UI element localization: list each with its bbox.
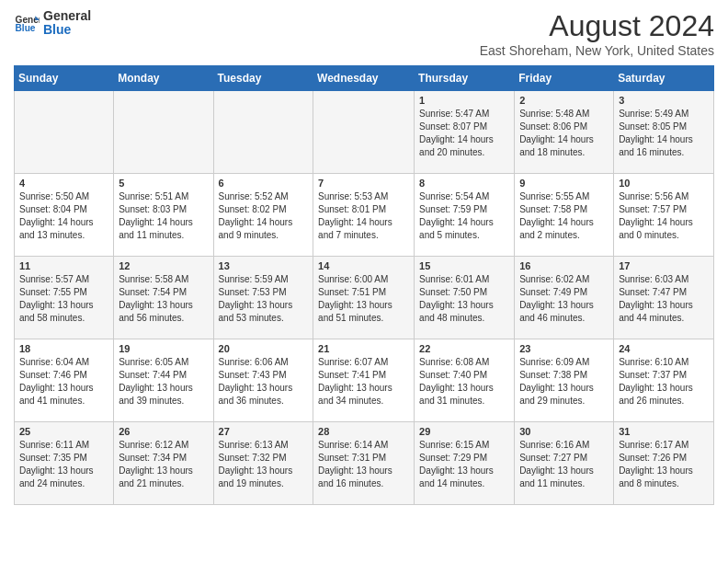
calendar-cell: 7Sunrise: 5:53 AM Sunset: 8:01 PM Daylig… [313,174,415,257]
day-info: Sunrise: 6:06 AM Sunset: 7:43 PM Dayligh… [219,356,309,408]
day-number: 6 [219,178,309,189]
calendar-cell: 27Sunrise: 6:13 AM Sunset: 7:32 PM Dayli… [213,422,313,505]
calendar-cell [313,91,415,174]
day-info: Sunrise: 6:07 AM Sunset: 7:41 PM Dayligh… [318,356,409,408]
day-header-friday: Friday [515,66,614,91]
day-number: 29 [419,426,509,437]
calendar-cell: 31Sunrise: 6:17 AM Sunset: 7:26 PM Dayli… [614,422,714,505]
logo-icon: General Blue [14,10,40,36]
day-number: 19 [119,343,208,354]
calendar-cell: 13Sunrise: 5:59 AM Sunset: 7:53 PM Dayli… [213,257,313,339]
day-info: Sunrise: 6:04 AM Sunset: 7:46 PM Dayligh… [19,356,108,408]
day-info: Sunrise: 5:59 AM Sunset: 7:53 PM Dayligh… [219,273,309,325]
week-row-2: 4Sunrise: 5:50 AM Sunset: 8:04 PM Daylig… [15,174,714,257]
calendar-cell: 17Sunrise: 6:03 AM Sunset: 7:47 PM Dayli… [614,257,714,339]
day-number: 22 [419,343,509,354]
day-info: Sunrise: 5:58 AM Sunset: 7:54 PM Dayligh… [119,273,208,325]
day-number: 16 [519,260,609,271]
day-number: 17 [619,260,709,271]
day-number: 10 [619,178,709,189]
day-number: 8 [419,178,509,189]
day-info: Sunrise: 6:01 AM Sunset: 7:50 PM Dayligh… [419,273,509,325]
calendar-cell: 6Sunrise: 5:52 AM Sunset: 8:02 PM Daylig… [213,174,313,257]
calendar-cell: 30Sunrise: 6:16 AM Sunset: 7:27 PM Dayli… [515,422,614,505]
day-info: Sunrise: 6:08 AM Sunset: 7:40 PM Dayligh… [419,356,509,408]
day-header-monday: Monday [114,66,213,91]
page-title: August 2024 [480,9,714,43]
calendar-cell [213,91,313,174]
calendar-cell: 5Sunrise: 5:51 AM Sunset: 8:03 PM Daylig… [114,174,213,257]
day-info: Sunrise: 6:05 AM Sunset: 7:44 PM Dayligh… [119,356,208,408]
day-number: 4 [19,178,108,189]
day-info: Sunrise: 6:15 AM Sunset: 7:29 PM Dayligh… [419,439,509,490]
day-number: 30 [519,426,609,437]
calendar-cell: 3Sunrise: 5:49 AM Sunset: 8:05 PM Daylig… [614,91,714,174]
calendar-cell: 21Sunrise: 6:07 AM Sunset: 7:41 PM Dayli… [313,339,415,422]
calendar-cell [114,91,213,174]
day-header-sunday: Sunday [15,66,114,91]
day-info: Sunrise: 6:17 AM Sunset: 7:26 PM Dayligh… [619,439,709,490]
title-section: August 2024 East Shoreham, New York, Uni… [480,9,714,58]
calendar-cell: 10Sunrise: 5:56 AM Sunset: 7:57 PM Dayli… [614,174,714,257]
logo-blue-text: Blue [43,23,91,37]
day-number: 21 [318,343,409,354]
day-info: Sunrise: 6:00 AM Sunset: 7:51 PM Dayligh… [318,273,409,325]
day-number: 26 [119,426,208,437]
svg-text:Blue: Blue [16,24,36,34]
calendar-cell: 15Sunrise: 6:01 AM Sunset: 7:50 PM Dayli… [415,257,515,339]
header: General Blue General Blue August 2024 Ea… [14,9,714,58]
day-info: Sunrise: 6:11 AM Sunset: 7:35 PM Dayligh… [19,439,108,490]
day-number: 25 [19,426,108,437]
day-number: 9 [519,178,609,189]
calendar-cell: 14Sunrise: 6:00 AM Sunset: 7:51 PM Dayli… [313,257,415,339]
calendar-cell: 4Sunrise: 5:50 AM Sunset: 8:04 PM Daylig… [15,174,114,257]
day-info: Sunrise: 6:02 AM Sunset: 7:49 PM Dayligh… [519,273,609,325]
day-number: 20 [219,343,309,354]
day-number: 5 [119,178,208,189]
calendar-cell: 2Sunrise: 5:48 AM Sunset: 8:06 PM Daylig… [515,91,614,174]
day-number: 28 [318,426,409,437]
calendar-cell: 24Sunrise: 6:10 AM Sunset: 7:37 PM Dayli… [614,339,714,422]
week-row-3: 11Sunrise: 5:57 AM Sunset: 7:55 PM Dayli… [15,257,714,339]
day-number: 2 [519,95,609,106]
day-info: Sunrise: 6:09 AM Sunset: 7:38 PM Dayligh… [519,356,609,408]
calendar-cell: 16Sunrise: 6:02 AM Sunset: 7:49 PM Dayli… [515,257,614,339]
day-info: Sunrise: 5:50 AM Sunset: 8:04 PM Dayligh… [19,190,108,242]
calendar-cell: 11Sunrise: 5:57 AM Sunset: 7:55 PM Dayli… [15,257,114,339]
day-info: Sunrise: 5:56 AM Sunset: 7:57 PM Dayligh… [619,190,709,242]
calendar-cell: 1Sunrise: 5:47 AM Sunset: 8:07 PM Daylig… [415,91,515,174]
day-info: Sunrise: 5:48 AM Sunset: 8:06 PM Dayligh… [519,108,609,159]
day-info: Sunrise: 5:57 AM Sunset: 7:55 PM Dayligh… [19,273,108,325]
day-number: 18 [19,343,108,354]
day-info: Sunrise: 5:47 AM Sunset: 8:07 PM Dayligh… [419,108,509,159]
day-header-thursday: Thursday [415,66,515,91]
day-number: 14 [318,260,409,271]
day-number: 11 [19,260,108,271]
day-number: 23 [519,343,609,354]
day-info: Sunrise: 5:51 AM Sunset: 8:03 PM Dayligh… [119,190,208,242]
day-number: 31 [619,426,709,437]
day-number: 24 [619,343,709,354]
day-info: Sunrise: 6:12 AM Sunset: 7:34 PM Dayligh… [119,439,208,490]
days-header-row: SundayMondayTuesdayWednesdayThursdayFrid… [15,66,714,91]
calendar-cell: 20Sunrise: 6:06 AM Sunset: 7:43 PM Dayli… [213,339,313,422]
day-number: 27 [219,426,309,437]
day-info: Sunrise: 6:03 AM Sunset: 7:47 PM Dayligh… [619,273,709,325]
week-row-4: 18Sunrise: 6:04 AM Sunset: 7:46 PM Dayli… [15,339,714,422]
day-header-wednesday: Wednesday [313,66,415,91]
day-number: 13 [219,260,309,271]
calendar-table: SundayMondayTuesdayWednesdayThursdayFrid… [14,65,714,505]
calendar-cell: 25Sunrise: 6:11 AM Sunset: 7:35 PM Dayli… [15,422,114,505]
calendar-cell: 18Sunrise: 6:04 AM Sunset: 7:46 PM Dayli… [15,339,114,422]
logo: General Blue General Blue [14,9,91,38]
day-info: Sunrise: 6:10 AM Sunset: 7:37 PM Dayligh… [619,356,709,408]
calendar-cell: 12Sunrise: 5:58 AM Sunset: 7:54 PM Dayli… [114,257,213,339]
calendar-cell: 29Sunrise: 6:15 AM Sunset: 7:29 PM Dayli… [415,422,515,505]
calendar-cell: 28Sunrise: 6:14 AM Sunset: 7:31 PM Dayli… [313,422,415,505]
day-info: Sunrise: 5:49 AM Sunset: 8:05 PM Dayligh… [619,108,709,159]
day-info: Sunrise: 6:13 AM Sunset: 7:32 PM Dayligh… [219,439,309,490]
day-info: Sunrise: 5:53 AM Sunset: 8:01 PM Dayligh… [318,190,409,242]
day-header-tuesday: Tuesday [213,66,313,91]
calendar-cell: 9Sunrise: 5:55 AM Sunset: 7:58 PM Daylig… [515,174,614,257]
calendar-cell: 8Sunrise: 5:54 AM Sunset: 7:59 PM Daylig… [415,174,515,257]
